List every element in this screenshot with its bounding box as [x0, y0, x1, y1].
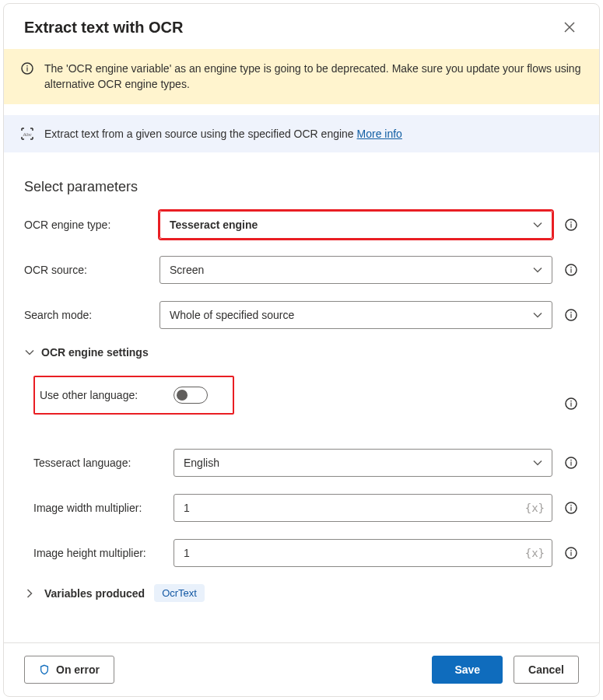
- height-multiplier-input[interactable]: 1: [174, 539, 552, 567]
- cancel-button[interactable]: Cancel: [514, 656, 579, 684]
- use-other-language-toggle[interactable]: [174, 387, 208, 404]
- svg-point-17: [570, 460, 572, 461]
- svg-point-14: [570, 401, 572, 402]
- height-multiplier-label: Image height multiplier:: [33, 547, 174, 559]
- dialog-title: Extract text with OCR: [24, 19, 183, 37]
- ocr-engine-type-control: Tesseract engine: [160, 211, 552, 239]
- deprecation-warning-banner: The 'OCR engine variable' as an engine t…: [4, 49, 599, 104]
- text-extract-icon: Abc: [21, 128, 33, 140]
- tesseract-language-label: Tesseract language:: [33, 457, 174, 469]
- field-search-mode: Search mode: Whole of specified source: [24, 301, 579, 329]
- help-ocr-source[interactable]: [563, 262, 579, 278]
- field-width-multiplier: Image width multiplier: 1 {x}: [33, 494, 579, 522]
- help-width-multiplier[interactable]: [563, 500, 579, 516]
- use-other-language-row: Use other language:: [33, 376, 234, 415]
- tesseract-language-control: English: [174, 449, 552, 477]
- width-multiplier-input[interactable]: 1: [174, 494, 552, 522]
- variable-pill[interactable]: OcrText: [154, 584, 205, 602]
- svg-rect-6: [570, 224, 571, 228]
- width-multiplier-label: Image width multiplier:: [33, 502, 174, 514]
- svg-point-20: [570, 505, 572, 506]
- variables-produced-label: Variables produced: [44, 587, 145, 600]
- close-button[interactable]: [557, 15, 582, 40]
- field-height-multiplier: Image height multiplier: 1 {x}: [33, 539, 579, 567]
- field-ocr-source: OCR source: Screen: [24, 256, 579, 284]
- svg-rect-12: [570, 314, 571, 318]
- footer-actions: Save Cancel: [432, 656, 579, 684]
- field-tesseract-language: Tesseract language: English: [33, 449, 579, 477]
- help-tesseract-language[interactable]: [563, 455, 579, 471]
- width-multiplier-control: 1 {x}: [174, 494, 552, 522]
- search-mode-label: Search mode:: [24, 309, 160, 321]
- section-heading: Select parameters: [24, 179, 579, 195]
- svg-rect-21: [570, 507, 571, 511]
- dialog-header: Extract text with OCR: [4, 4, 599, 49]
- svg-point-1: [26, 65, 28, 67]
- ocr-engine-settings-header[interactable]: OCR engine settings: [24, 346, 579, 359]
- help-use-other-language[interactable]: [563, 396, 579, 411]
- dialog-footer: On error Save Cancel: [4, 642, 599, 696]
- svg-rect-18: [570, 462, 571, 466]
- on-error-label: On error: [56, 663, 100, 676]
- help-ocr-engine-type[interactable]: [563, 217, 579, 233]
- chevron-down-icon: [24, 347, 35, 358]
- more-info-link[interactable]: More info: [357, 128, 402, 140]
- toggle-knob: [177, 390, 188, 401]
- tesseract-language-select[interactable]: English: [174, 449, 552, 477]
- save-button[interactable]: Save: [432, 656, 503, 684]
- svg-point-11: [570, 312, 572, 313]
- svg-rect-2: [26, 68, 27, 72]
- dialog: Extract text with OCR The 'OCR engine va…: [3, 3, 600, 697]
- ocr-engine-settings-body: Use other language: Tesseract language: …: [24, 376, 579, 567]
- svg-text:Abc: Abc: [23, 131, 32, 138]
- svg-rect-15: [570, 403, 571, 407]
- help-height-multiplier[interactable]: [563, 545, 579, 561]
- search-mode-control: Whole of specified source: [160, 301, 552, 329]
- info-message-container: Extract text from a given source using t…: [44, 128, 402, 140]
- ocr-engine-type-select[interactable]: Tesseract engine: [160, 211, 552, 239]
- ocr-source-select[interactable]: Screen: [160, 256, 552, 284]
- search-mode-select[interactable]: Whole of specified source: [160, 301, 552, 329]
- ocr-source-control: Screen: [160, 256, 552, 284]
- chevron-right-icon: [24, 588, 35, 599]
- close-icon: [564, 22, 575, 33]
- variables-produced-header[interactable]: Variables produced OcrText: [24, 584, 579, 602]
- help-search-mode[interactable]: [563, 307, 579, 323]
- parameters-body: Select parameters OCR engine type: Tesse…: [4, 152, 599, 642]
- ocr-source-label: OCR source:: [24, 264, 160, 276]
- warning-message: The 'OCR engine variable' as an engine t…: [44, 61, 582, 92]
- height-multiplier-control: 1 {x}: [174, 539, 552, 567]
- shield-icon: [39, 664, 50, 675]
- svg-point-8: [570, 267, 572, 268]
- svg-rect-24: [570, 552, 571, 556]
- action-info-banner: Abc Extract text from a given source usi…: [4, 115, 599, 152]
- use-other-language-label: Use other language:: [40, 389, 174, 401]
- info-message: Extract text from a given source using t…: [44, 128, 357, 140]
- svg-point-23: [570, 550, 572, 551]
- ocr-engine-type-label: OCR engine type:: [24, 219, 160, 231]
- svg-rect-9: [570, 269, 571, 273]
- on-error-button[interactable]: On error: [24, 656, 114, 684]
- info-circle-icon: [21, 62, 33, 75]
- ocr-engine-settings-label: OCR engine settings: [41, 346, 149, 359]
- field-ocr-engine-type: OCR engine type: Tesseract engine: [24, 211, 579, 239]
- svg-point-5: [570, 222, 572, 223]
